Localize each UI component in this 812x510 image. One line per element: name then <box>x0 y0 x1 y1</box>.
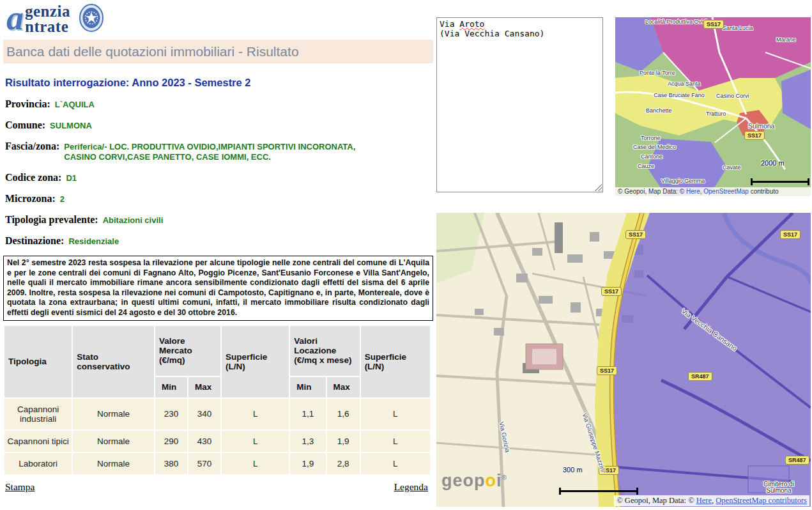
geopoi-logo-text: i <box>496 471 502 490</box>
cell-tipologia: Capannoni tipici <box>4 431 72 452</box>
result-heading: Risultato interrogazione: Anno 2023 - Se… <box>5 77 436 89</box>
cell-superficie-1: L <box>222 431 289 452</box>
logo-wordmark: genzia ntrate <box>25 4 70 35</box>
map-place-label-cimitero: Cimitero di Sulmona <box>755 481 803 494</box>
detail-map[interactable]: SS17 SS17 SS17 SS17 SS17 SR487 SR487 Via… <box>436 213 811 507</box>
road-badge-ss17: SS17 <box>744 131 765 140</box>
field-label: Destinazione: <box>5 235 64 247</box>
map-scale-text: 300 m <box>563 466 583 474</box>
cell-stato: Normale <box>73 453 154 474</box>
field-destinazione: Destinazione: Residenziale <box>5 235 436 247</box>
openstreetmap-link[interactable]: OpenStreetMap contributors <box>716 496 807 505</box>
cell-locazione-min: 1,3 <box>290 431 325 452</box>
col-header-superficie-2: Superficie (L/N) <box>361 326 430 398</box>
road-badge-ss17: SS17 <box>597 366 617 375</box>
field-label: Microzona: <box>5 193 56 205</box>
map-place-label: Torrone <box>641 135 661 141</box>
geopoi-logo: geopoi® <box>441 471 507 491</box>
cell-superficie-1: L <box>222 399 289 429</box>
map-place-label: Case Bruciate Fano <box>652 92 706 98</box>
address-text: Via <box>440 19 459 29</box>
map-scale-bar <box>751 178 809 185</box>
map-town-label: Sulmona <box>748 123 774 129</box>
road-badge-ss17: SS17 <box>601 287 622 296</box>
road-badge-ss17: SS17 <box>703 20 724 29</box>
address-line-1: Via Aroto <box>440 19 600 29</box>
cell-locazione-min: 1,1 <box>290 399 325 429</box>
col-header-superficie-1: Superficie (L/N) <box>222 326 289 398</box>
here-link[interactable]: Here <box>696 496 712 505</box>
map-attribution: © Geopoi, Map Data: © Here, OpenStreetMa… <box>614 495 809 506</box>
map-place-label: Ponte la Torre <box>640 70 675 76</box>
map-place-label: Cantone <box>641 153 663 160</box>
subheader-min: Min <box>155 377 187 398</box>
field-label: Fascia/zona: <box>5 141 59 152</box>
table-row: Capannoni industriali Normale 230 340 L … <box>4 399 430 429</box>
cell-locazione-max: 1,9 <box>327 431 360 452</box>
main-content: a genzia ntrate Banca dati delle quotazi… <box>0 0 436 493</box>
map-place-label: Case del Medico <box>633 144 676 150</box>
italy-emblem-icon <box>79 4 103 35</box>
cell-valore-min: 380 <box>155 453 187 474</box>
cell-valore-max: 340 <box>188 399 220 429</box>
overview-map-canvas <box>615 17 811 196</box>
field-codice-zona: Codice zona: D1 <box>5 172 436 183</box>
logo-letter-a: a <box>6 3 24 33</box>
cell-locazione-max: 1,6 <box>327 399 360 429</box>
geopoi-logo-text: o <box>486 471 497 490</box>
map-place-label: Cauze <box>638 163 654 169</box>
legenda-link[interactable]: Legenda <box>394 481 428 493</box>
field-provincia: Provincia: L`AQUILA <box>5 98 436 110</box>
cell-valore-min: 230 <box>155 399 187 429</box>
road-badge-sr487: SR487 <box>688 372 712 381</box>
field-label: Provincia: <box>5 98 50 110</box>
attribution-text: © Geopoi, Map Data: © <box>618 188 686 195</box>
cell-tipologia: Capannoni industriali <box>4 399 72 429</box>
field-value: Abitazioni civili <box>103 215 164 226</box>
quotations-table: Tipologia Stato conservativo Valore Merc… <box>3 325 431 475</box>
map-place-label: Banchette <box>646 107 672 114</box>
attribution-text: © Geopoi, Map Data: © <box>617 496 696 505</box>
map-place-label: Santa Lucia <box>723 25 753 31</box>
overview-map[interactable]: Località Produttiva Ovidio Santa Lucia M… <box>615 17 811 196</box>
field-label: Codice zona: <box>5 172 61 183</box>
cell-locazione-max: 2,8 <box>327 453 360 474</box>
field-comune: Comune: SULMONA <box>5 120 436 131</box>
attribution-text: contributo <box>749 188 779 195</box>
cell-tipologia: Laboratori <box>4 453 72 474</box>
address-line-2: (Via Vecchia Cansano) <box>440 29 600 38</box>
map-place-label: Casino Corvi <box>716 93 749 99</box>
cell-locazione-min: 1,9 <box>290 453 325 474</box>
col-header-tipologia: Tipologia <box>4 326 72 398</box>
col-header-stato: Stato conservativo <box>73 326 154 398</box>
registered-mark: ® <box>502 474 507 481</box>
cell-valore-max: 430 <box>188 431 220 452</box>
textarea-resize-handle[interactable] <box>594 183 602 191</box>
field-tipologia-prevalente: Tipologia prevalente: Abitazioni civili <box>5 214 436 226</box>
subheader-max: Max <box>188 377 220 398</box>
col-header-valore-mercato: Valore Mercato (€/mq) <box>155 326 220 376</box>
field-label: Comune: <box>5 120 45 131</box>
map-scale-bar <box>559 488 638 495</box>
cell-valore-min: 290 <box>155 431 187 452</box>
cell-superficie-1: L <box>222 453 289 474</box>
cell-superficie-2: L <box>361 453 430 474</box>
stampa-link[interactable]: Stampa <box>5 481 35 493</box>
road-badge-ss17: SS17 <box>625 230 646 239</box>
map-place-label: Villaggio Gemma <box>661 178 705 184</box>
map-scale-text: 2000 m <box>761 159 785 167</box>
subheader-min: Min <box>290 377 325 398</box>
map-place-label: Tratturo <box>706 111 726 117</box>
geopoi-logo-text: geo <box>441 471 474 490</box>
address-textarea[interactable]: Via Aroto (Via Vecchia Cansano) <box>436 17 603 192</box>
page: a genzia ntrate Banca dati delle quotazi… <box>0 0 812 510</box>
table-row: Laboratori Normale 380 570 L 1,9 2,8 L <box>4 453 430 474</box>
subheader-max: Max <box>327 377 360 398</box>
map-place-label: Acqua Santa <box>668 81 701 87</box>
cell-stato: Normale <box>73 399 154 429</box>
field-value: Periferica/- LOC. PRODUTTIVA OVIDIO,IMPI… <box>64 142 355 162</box>
note-box: Nel 2° semestre 2023 resta sospesa la ri… <box>3 256 433 321</box>
logo-line-ntrate: ntrate <box>25 19 70 35</box>
here-link[interactable]: Here <box>686 188 700 195</box>
openstreetmap-link[interactable]: OpenStreetMap <box>703 188 749 195</box>
